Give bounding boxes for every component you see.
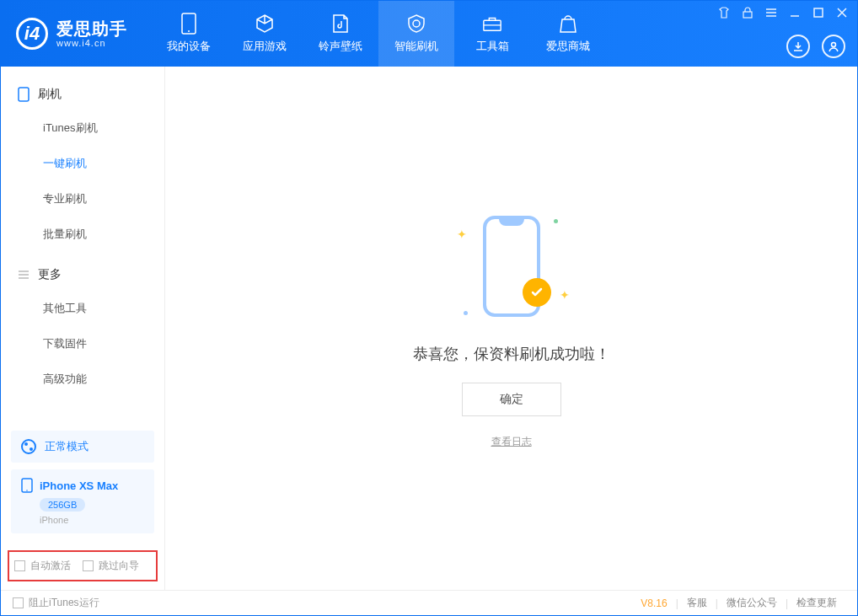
bag-icon (558, 13, 578, 34)
success-message: 恭喜您，保资料刷机成功啦！ (413, 344, 610, 364)
music-file-icon (330, 13, 351, 34)
svg-point-1 (188, 30, 190, 32)
sidebar-item-other-tools[interactable]: 其他工具 (1, 291, 164, 326)
nav-ringtones[interactable]: 铃声壁纸 (303, 1, 378, 67)
app-subtitle: www.i4.cn (56, 38, 127, 48)
group-title: 更多 (38, 267, 62, 282)
opt-label: 阻止iTunes运行 (29, 596, 99, 610)
footer-bar: 阻止iTunes运行 V8.16 | 客服 | 微信公众号 | 检查更新 (1, 590, 857, 615)
refresh-shield-icon (406, 13, 426, 34)
svg-rect-6 (19, 88, 29, 101)
toolbox-icon (482, 13, 502, 34)
main-nav: 我的设备 应用游戏 铃声壁纸 智能刷机 工具箱 爱思商城 (151, 1, 606, 67)
nav-flash[interactable]: 智能刷机 (378, 1, 454, 67)
user-icon[interactable] (822, 35, 845, 58)
window-controls (717, 6, 849, 19)
mode-label: 正常模式 (45, 439, 88, 454)
opt-label: 自动激活 (30, 559, 71, 573)
maximize-icon[interactable] (812, 6, 825, 19)
device-type: iPhone (40, 515, 144, 525)
version-label: V8.16 (641, 597, 667, 609)
dot-icon (554, 219, 558, 223)
menu-icon[interactable] (764, 6, 778, 19)
sparkle-icon: ✦ (560, 288, 570, 302)
phone-icon (18, 87, 29, 102)
checkbox-skip-guide[interactable]: 跳过向导 (83, 559, 139, 573)
ok-button[interactable]: 确定 (462, 383, 561, 416)
device-name: iPhone XS Max (40, 479, 118, 492)
minimize-icon[interactable] (788, 6, 802, 19)
dot-icon (464, 311, 468, 315)
nav-toolbox[interactable]: 工具箱 (454, 1, 530, 67)
list-icon (18, 269, 29, 281)
sidebar-item-one-click-flash[interactable]: 一键刷机 (1, 146, 164, 181)
sidebar-item-itunes-flash[interactable]: iTunes刷机 (1, 110, 164, 146)
svg-point-8 (26, 490, 28, 491)
nav-label: 铃声壁纸 (319, 39, 362, 54)
close-icon[interactable] (835, 6, 849, 19)
nav-store[interactable]: 爱思商城 (530, 1, 606, 67)
group-title: 刷机 (38, 87, 62, 102)
cube-icon (255, 13, 275, 34)
nav-label: 工具箱 (476, 39, 509, 54)
sidebar: 刷机 iTunes刷机 一键刷机 专业刷机 批量刷机 更多 其他工具 下载固件 … (1, 67, 165, 590)
mode-indicator[interactable]: 正常模式 (11, 431, 154, 463)
sidebar-group-more[interactable]: 更多 (1, 259, 164, 291)
logo-icon: i4 (16, 18, 48, 50)
sparkle-icon: ✦ (457, 228, 467, 241)
app-title: 爱思助手 (56, 19, 127, 38)
device-card[interactable]: iPhone XS Max 256GB iPhone (11, 469, 154, 533)
nav-label: 我的设备 (167, 39, 211, 54)
lock-icon[interactable] (741, 6, 754, 19)
device-icon (21, 478, 33, 493)
sidebar-item-pro-flash[interactable]: 专业刷机 (1, 181, 164, 217)
mode-icon (21, 439, 36, 454)
app-logo: i4 爱思助手 www.i4.cn (1, 1, 142, 67)
footer-link-wechat[interactable]: 微信公众号 (727, 596, 777, 610)
view-log-link[interactable]: 查看日志 (491, 435, 532, 449)
sidebar-group-flash[interactable]: 刷机 (1, 78, 164, 110)
sidebar-item-batch-flash[interactable]: 批量刷机 (1, 217, 164, 252)
svg-point-5 (832, 43, 836, 47)
device-storage: 256GB (40, 498, 85, 512)
download-icon[interactable] (786, 35, 810, 58)
nav-label: 应用游戏 (243, 39, 287, 54)
nav-apps[interactable]: 应用游戏 (227, 1, 303, 67)
sidebar-item-advanced[interactable]: 高级功能 (1, 362, 164, 397)
nav-label: 爱思商城 (546, 39, 590, 54)
header-bar: i4 爱思助手 www.i4.cn 我的设备 应用游戏 铃声壁纸 智能刷机 工具… (1, 1, 857, 67)
checkbox-auto-activate[interactable]: 自动激活 (14, 559, 71, 573)
footer-link-update[interactable]: 检查更新 (796, 596, 837, 610)
footer-link-support[interactable]: 客服 (687, 596, 707, 610)
check-badge-icon (523, 278, 551, 307)
device-icon (179, 13, 199, 34)
checkbox-icon (83, 560, 94, 571)
svg-rect-4 (814, 8, 823, 17)
svg-rect-3 (743, 12, 752, 18)
nav-label: 智能刷机 (394, 39, 438, 54)
options-row: 自动激活 跳过向导 (8, 550, 158, 581)
checkbox-icon (13, 597, 24, 608)
shirt-icon[interactable] (717, 6, 731, 19)
sidebar-item-download-firmware[interactable]: 下载固件 (1, 326, 164, 362)
main-content: ✦ ✦ 恭喜您，保资料刷机成功啦！ 确定 查看日志 (165, 67, 857, 590)
checkbox-block-itunes[interactable]: 阻止iTunes运行 (13, 596, 99, 610)
opt-label: 跳过向导 (99, 559, 139, 573)
checkbox-icon (14, 560, 25, 571)
success-illustration: ✦ ✦ (448, 207, 575, 325)
nav-my-device[interactable]: 我的设备 (151, 1, 227, 67)
